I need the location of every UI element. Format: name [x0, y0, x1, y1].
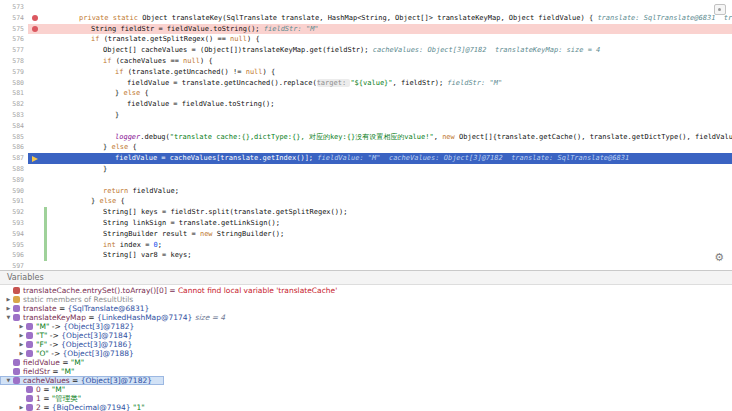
line-number[interactable]: 585 [0, 132, 28, 143]
line-number[interactable]: 584 [0, 121, 28, 132]
gutter-icon-slot[interactable] [28, 99, 44, 110]
line-number[interactable]: 588 [0, 164, 28, 175]
gutter-icon-slot[interactable] [28, 67, 44, 78]
code-text[interactable]: private static Object translateKey(SqlTr… [49, 13, 732, 24]
expand-arrow-icon[interactable]: ▶ [4, 304, 13, 313]
line-number[interactable]: 583 [0, 110, 28, 121]
code-text[interactable]: int index = 0; [49, 240, 732, 251]
variable-row[interactable]: 1 = "管理类" [0, 394, 732, 403]
line-number[interactable]: 592 [0, 207, 28, 218]
gutter-icon-slot[interactable] [28, 218, 44, 229]
line-number[interactable]: 593 [0, 218, 28, 229]
gutter-icon-slot[interactable] [28, 24, 44, 35]
line-number[interactable]: 591 [0, 196, 28, 207]
breakpoint-icon[interactable] [32, 26, 38, 32]
line-number[interactable]: 589 [0, 175, 28, 186]
variable-row[interactable]: ▶"M" -> {Object[3]@7182} [0, 322, 732, 331]
code-text[interactable]: logger.debug("translate cache:{},dictTyp… [49, 132, 732, 143]
line-number[interactable]: 587 [0, 153, 28, 164]
gutter-icon-slot[interactable] [28, 250, 44, 261]
line-number[interactable]: 594 [0, 229, 28, 240]
gutter-icon-slot[interactable] [28, 2, 44, 13]
line-number[interactable]: 595 [0, 240, 28, 251]
variable-row[interactable]: ▶static members of ResultUtils [0, 295, 732, 304]
code-text[interactable]: } else { [49, 142, 732, 153]
variable-row[interactable]: ▼cacheValues = {Object[3]@7182} [0, 376, 164, 385]
variable-row[interactable]: translateCache.entrySet().toArray()[0] =… [0, 286, 732, 295]
expand-arrow-icon[interactable]: ▶ [17, 340, 26, 349]
code-text[interactable]: String fieldStr = fieldValue.toString();… [49, 24, 732, 35]
expand-arrow-icon[interactable]: ▶ [17, 331, 26, 340]
line-number[interactable]: 573 [0, 2, 28, 13]
breakpoint-icon[interactable] [32, 15, 38, 21]
variable-row[interactable]: ▶"O" -> {Object[3]@7188} [0, 349, 732, 358]
gutter-icon-slot[interactable] [28, 132, 44, 143]
variable-row[interactable]: ▶translate = {SqlTranslate@6831} [0, 304, 732, 313]
settings-gear-icon[interactable]: ⚙ [714, 252, 724, 263]
code-text[interactable]: fieldValue = fieldValue.toString(); [49, 99, 732, 110]
code-text[interactable]: return fieldValue; [49, 186, 732, 197]
gutter-icon-slot[interactable] [28, 56, 44, 67]
line-number[interactable]: 576 [0, 34, 28, 45]
line-number[interactable]: 579 [0, 67, 28, 78]
code-text[interactable]: fieldValue = translate.getUncached().rep… [49, 78, 732, 89]
code-text[interactable]: String[] keys = fieldStr.split(translate… [49, 207, 732, 218]
code-text[interactable]: } [49, 164, 732, 175]
line-number[interactable]: 590 [0, 186, 28, 197]
variable-row[interactable]: fieldStr = "M" [0, 367, 732, 376]
line-number[interactable]: 596 [0, 250, 28, 261]
line-number[interactable]: 578 [0, 56, 28, 67]
line-number[interactable]: 577 [0, 45, 28, 56]
code-text[interactable]: } else { [49, 196, 732, 207]
code-text[interactable]: String linkSign = translate.getLinkSign(… [49, 218, 732, 229]
code-text[interactable]: Object[] cacheValues = (Object[])transla… [49, 45, 732, 56]
gutter-icon-slot[interactable] [28, 261, 44, 270]
gutter-icon-slot[interactable] [28, 34, 44, 45]
code-text[interactable]: if (translate.getUncached() != null) { [49, 67, 732, 78]
code-text[interactable] [49, 2, 732, 13]
gutter-icon-slot[interactable] [28, 153, 44, 164]
line-number[interactable]: 580 [0, 78, 28, 89]
line-number[interactable]: 574 [0, 13, 28, 24]
variable-row[interactable]: ▶"F" -> {Object[3]@7186} [0, 340, 732, 349]
expand-arrow-icon[interactable]: ▼ [4, 376, 13, 385]
code-text[interactable]: if (cacheValues == null) { [49, 56, 732, 67]
gutter-icon-slot[interactable] [28, 164, 44, 175]
gutter-icon-slot[interactable] [28, 186, 44, 197]
inspections-widget-icon[interactable] [714, 4, 726, 15]
code-text[interactable] [49, 175, 732, 186]
gutter-icon-slot[interactable] [28, 88, 44, 99]
variable-row[interactable]: ▶"T" -> {Object[3]@7184} [0, 331, 732, 340]
code-editor[interactable]: 573574private static Object translateKey… [0, 0, 732, 270]
gutter-icon-slot[interactable] [28, 121, 44, 132]
expand-arrow-icon[interactable]: ▶ [17, 349, 26, 358]
expand-arrow-icon[interactable]: ▶ [17, 403, 26, 411]
code-text[interactable]: String[] var8 = keys; [49, 250, 732, 261]
line-number[interactable]: 597 [0, 261, 28, 270]
variable-row[interactable]: ▼translateKeyMap = {LinkedHashMap@7174} … [0, 313, 732, 322]
gutter-icon-slot[interactable] [28, 13, 44, 24]
line-number[interactable]: 575 [0, 24, 28, 35]
code-text[interactable]: } [49, 110, 732, 121]
code-text[interactable]: fieldValue = cacheValues[translate.getIn… [49, 153, 732, 164]
code-text[interactable]: StringBuilder result = new StringBuilder… [49, 229, 732, 240]
gutter-icon-slot[interactable] [28, 207, 44, 218]
line-number[interactable]: 582 [0, 99, 28, 110]
variable-row[interactable]: fieldValue = "M" [0, 358, 732, 367]
code-text[interactable] [49, 121, 732, 132]
gutter-icon-slot[interactable] [28, 78, 44, 89]
gutter-icon-slot[interactable] [28, 175, 44, 186]
gutter-icon-slot[interactable] [28, 45, 44, 56]
code-text[interactable]: } else { [49, 88, 732, 99]
expand-arrow-icon[interactable]: ▶ [17, 322, 26, 331]
gutter-icon-slot[interactable] [28, 142, 44, 153]
gutter-icon-slot[interactable] [28, 110, 44, 121]
expand-arrow-icon[interactable]: ▼ [4, 313, 13, 322]
code-text[interactable] [49, 261, 732, 270]
variable-row[interactable]: ▶2 = {BigDecimal@7194} "1" [0, 403, 732, 411]
variable-row[interactable]: 0 = "M" [0, 385, 732, 394]
gutter-icon-slot[interactable] [28, 240, 44, 251]
code-text[interactable]: if (translate.getSplitRegex() == null) { [49, 34, 732, 45]
line-number[interactable]: 586 [0, 142, 28, 153]
line-number[interactable]: 581 [0, 88, 28, 99]
